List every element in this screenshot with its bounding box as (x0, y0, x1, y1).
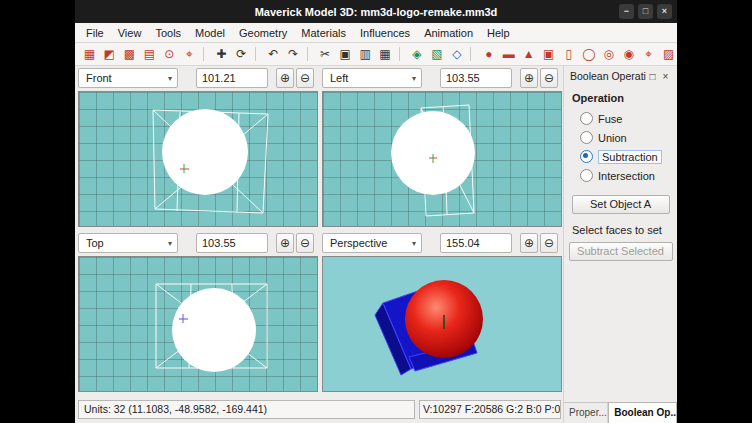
chevron-down-icon: ▾ (168, 74, 172, 83)
sphere-create-icon[interactable]: ◯ (580, 46, 597, 63)
panel-tab-bar: Proper... Boolean Op... (564, 402, 677, 423)
select-vertices-tool-icon[interactable]: ▦ (81, 46, 98, 63)
top-model-wireframe (79, 257, 317, 391)
top-canvas[interactable] (78, 256, 318, 392)
projection-create-icon[interactable]: ⌖ (640, 46, 657, 63)
perspective-view-select[interactable]: Perspective ▾ (322, 233, 422, 253)
left-zoom-out-icon[interactable]: ⊖ (540, 68, 558, 88)
paste-icon[interactable]: ▥ (357, 46, 374, 63)
set-object-a-button[interactable]: Set Object A (572, 195, 670, 214)
perspective-zoom-out-icon[interactable]: ⊖ (540, 233, 558, 253)
left-canvas[interactable] (322, 91, 562, 227)
subtract-selected-button[interactable]: Subtract Selected (569, 242, 673, 261)
select-faces-label: Select faces to set (572, 224, 677, 236)
snap-to-grid-icon[interactable]: ◈ (409, 46, 426, 63)
torus-create-icon[interactable]: ◎ (600, 46, 617, 63)
toolbar-separator (255, 47, 260, 61)
radio-intersection[interactable]: Intersection (564, 166, 677, 185)
left-view-select[interactable]: Left ▾ (322, 68, 422, 88)
radio-subtraction-label: Subtraction (598, 150, 662, 164)
viewport-top: Top ▾ 103.55 ⊕ ⊖ (78, 233, 318, 392)
perspective-zoom-input[interactable]: 155.04 (440, 233, 512, 253)
float-panel-icon[interactable]: □ (646, 71, 659, 82)
front-canvas[interactable] (78, 91, 318, 227)
cut-icon[interactable]: ✂ (317, 46, 334, 63)
face-create-icon[interactable]: ▲ (520, 46, 537, 63)
wireframe-view-icon[interactable]: ◇ (448, 46, 465, 63)
window-controls: − □ × (619, 4, 672, 19)
chevron-down-icon: ▾ (412, 239, 416, 248)
front-zoom-input[interactable]: 101.21 (196, 68, 268, 88)
menu-geometry[interactable]: Geometry (232, 25, 294, 41)
minimize-icon[interactable]: − (619, 4, 634, 19)
viewport-perspective: Perspective ▾ 155.04 ⊕ ⊖ (322, 233, 562, 392)
toolbar-separator (470, 47, 475, 61)
close-icon[interactable]: × (657, 4, 672, 19)
viewport-left: Left ▾ 103.55 ⊕ ⊖ (322, 68, 562, 227)
maximize-icon[interactable]: □ (638, 4, 653, 19)
select-faces-tool-icon[interactable]: ◩ (101, 46, 118, 63)
radio-union-label: Union (598, 132, 627, 144)
menu-animation[interactable]: Animation (417, 25, 480, 41)
front-zoom-out-icon[interactable]: ⊖ (296, 68, 314, 88)
tab-boolean-operation[interactable]: Boolean Op... (608, 402, 677, 423)
close-panel-icon[interactable]: × (659, 71, 672, 82)
undo-icon[interactable]: ↶ (265, 46, 282, 63)
left-zoom-in-icon[interactable]: ⊕ (520, 68, 538, 88)
radio-fuse[interactable]: Fuse (564, 109, 677, 128)
vertex-create-icon[interactable]: ● (480, 46, 497, 63)
menu-help[interactable]: Help (480, 25, 517, 41)
chevron-down-icon: ▾ (168, 239, 172, 248)
toolbar-separator (399, 47, 404, 61)
left-viewport-header: Left ▾ 103.55 ⊕ ⊖ (322, 68, 562, 88)
menu-materials[interactable]: Materials (294, 25, 353, 41)
perspective-view-select-value: Perspective (330, 237, 387, 249)
tab-properties[interactable]: Proper... (564, 403, 608, 423)
select-points-tool-icon[interactable]: ⌖ (181, 46, 198, 63)
window-title: Maverick Model 3D: mm3d-logo-remake.mm3d (255, 6, 498, 18)
front-viewport-header: Front ▾ 101.21 ⊕ ⊖ (78, 68, 318, 88)
perspective-zoom-in-icon[interactable]: ⊕ (520, 233, 538, 253)
cube-create-icon[interactable]: ▣ (540, 46, 557, 63)
toolbar: ▦ ◩ ▩ ▤ ⊙ ⌖ ✚ ⟳ ↶ ↷ ✂ ▣ ▥ (75, 43, 677, 66)
radio-intersection-label: Intersection (598, 170, 655, 182)
front-view-select[interactable]: Front ▾ (78, 68, 178, 88)
left-zoom-input[interactable]: 103.55 (440, 68, 512, 88)
menu-tools[interactable]: Tools (148, 25, 188, 41)
top-zoom-input[interactable]: 103.55 (196, 233, 268, 253)
menu-model[interactable]: Model (188, 25, 232, 41)
edge-create-icon[interactable]: ▬ (500, 46, 517, 63)
background-image-icon[interactable]: ▨ (660, 46, 677, 63)
operation-section-label: Operation (572, 92, 677, 104)
select-joints-tool-icon[interactable]: ⊙ (161, 46, 178, 63)
copy-icon[interactable]: ▣ (337, 46, 354, 63)
app-window: Maverick Model 3D: mm3d-logo-remake.mm3d… (75, 0, 677, 423)
grid-icon[interactable]: ▦ (377, 46, 394, 63)
select-groups-tool-icon[interactable]: ▤ (141, 46, 158, 63)
radio-circle-icon (580, 131, 593, 144)
perspective-viewport-header: Perspective ▾ 155.04 ⊕ ⊖ (322, 233, 562, 253)
title-bar: Maverick Model 3D: mm3d-logo-remake.mm3d… (75, 0, 677, 23)
left-view-select-value: Left (330, 72, 348, 84)
menu-view[interactable]: View (111, 25, 149, 41)
radio-circle-icon (580, 169, 593, 182)
chevron-down-icon: ▾ (412, 74, 416, 83)
radio-subtraction[interactable]: Subtraction (564, 147, 677, 166)
front-zoom-in-icon[interactable]: ⊕ (276, 68, 294, 88)
redo-icon[interactable]: ↷ (285, 46, 302, 63)
top-zoom-out-icon[interactable]: ⊖ (296, 233, 314, 253)
radio-union[interactable]: Union (564, 128, 677, 147)
top-view-select[interactable]: Top ▾ (78, 233, 178, 253)
ellipsoid-create-icon[interactable]: ◉ (620, 46, 637, 63)
menu-file[interactable]: File (79, 25, 111, 41)
texture-view-icon[interactable]: ▧ (428, 46, 445, 63)
top-zoom-in-icon[interactable]: ⊕ (276, 233, 294, 253)
cylinder-create-icon[interactable]: ▯ (560, 46, 577, 63)
rotate-tool-icon[interactable]: ⟳ (233, 46, 250, 63)
perspective-model-render (323, 257, 561, 391)
status-model-stats: V:10297 F:20586 G:2 B:0 P:0 M:2 (419, 400, 561, 419)
menu-influences[interactable]: Influences (353, 25, 417, 41)
select-connected-tool-icon[interactable]: ▩ (121, 46, 138, 63)
perspective-canvas[interactable] (322, 256, 562, 392)
move-tool-icon[interactable]: ✚ (213, 46, 230, 63)
